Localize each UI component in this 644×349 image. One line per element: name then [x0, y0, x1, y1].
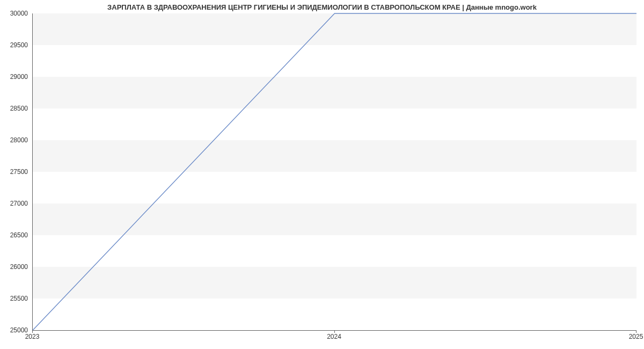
x-tick-label: 2023	[25, 333, 40, 340]
y-tick-label: 28500	[10, 105, 28, 112]
y-tick-label: 27500	[10, 168, 28, 176]
y-tick-label: 26000	[10, 263, 28, 271]
chart-container: ЗАРПЛАТА В ЗДРАВООХРАНЕНИЯ ЦЕНТР ГИГИЕНЫ…	[0, 0, 644, 349]
y-tick-label: 26500	[10, 231, 28, 239]
x-tick-label: 2025	[629, 333, 643, 340]
y-tick-label: 29000	[10, 73, 28, 81]
y-tick-label: 30000	[10, 10, 28, 17]
x-tick-label: 2024	[327, 333, 341, 340]
line-series	[33, 13, 636, 330]
plot-area	[32, 13, 636, 331]
y-tick-label: 28000	[10, 136, 28, 144]
y-tick-label: 27000	[10, 200, 28, 207]
chart-title: ЗАРПЛАТА В ЗДРАВООХРАНЕНИЯ ЦЕНТР ГИГИЕНЫ…	[0, 3, 644, 11]
series-line	[33, 13, 636, 330]
y-tick-label: 29500	[10, 41, 28, 49]
y-tick-label: 25500	[10, 295, 28, 302]
